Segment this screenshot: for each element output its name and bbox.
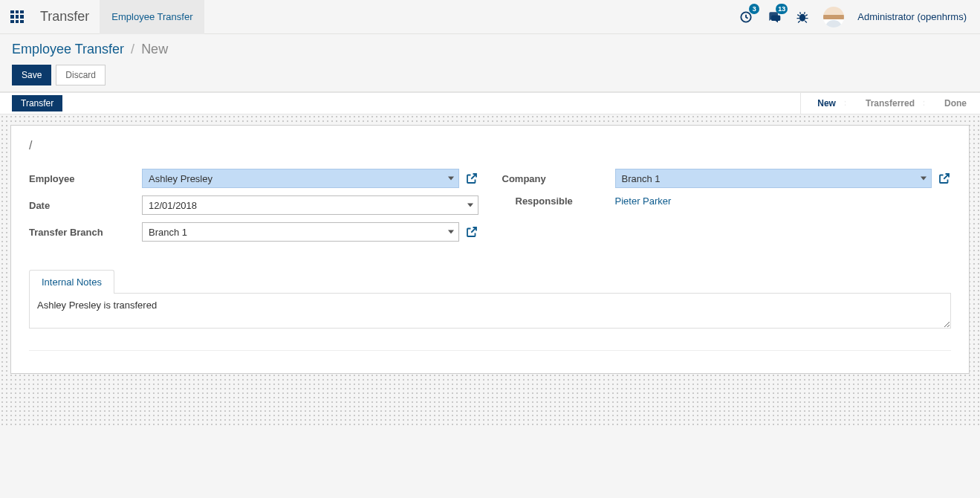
label-date: Date <box>29 200 142 211</box>
status-new[interactable]: New <box>801 93 849 114</box>
label-employee: Employee <box>29 173 142 184</box>
chevron-down-icon <box>448 230 454 234</box>
label-responsible: Responsible <box>502 195 615 207</box>
chevron-down-icon <box>921 177 927 181</box>
label-company: Company <box>502 173 615 184</box>
employee-external-link-icon[interactable] <box>465 172 478 185</box>
breadcrumb-current: New <box>141 42 168 56</box>
top-navbar: Transfer Employee Transfer 3 13 Administ… <box>0 0 980 34</box>
save-button[interactable]: Save <box>12 65 51 85</box>
submenu-employee-transfer[interactable]: Employee Transfer <box>100 0 204 34</box>
sheet-title: / <box>29 139 951 152</box>
label-transfer-branch: Transfer Branch <box>29 227 142 238</box>
user-menu[interactable]: Administrator (openhrms) <box>857 11 967 22</box>
responsible-link[interactable]: Pieter Parker <box>615 195 672 207</box>
activities-icon[interactable]: 3 <box>739 10 753 25</box>
company-field[interactable]: Branch 1 <box>615 169 932 188</box>
breadcrumb-root[interactable]: Employee Transfer <box>12 42 124 56</box>
discuss-icon[interactable]: 13 <box>767 10 782 25</box>
form-sheet: / Employee Ashley Presley <box>10 125 970 374</box>
date-field[interactable]: 12/01/2018 <box>142 195 478 215</box>
discuss-badge: 13 <box>776 4 788 14</box>
chevron-down-icon <box>467 204 473 207</box>
app-name: Transfer <box>34 9 100 25</box>
status-done[interactable]: Done <box>928 93 980 114</box>
avatar[interactable] <box>823 7 844 28</box>
status-transferred[interactable]: Transferred <box>849 93 928 114</box>
employee-field[interactable]: Ashley Presley <box>142 169 459 188</box>
svg-point-1 <box>799 13 805 21</box>
status-row: Transfer New Transferred Done <box>0 92 980 114</box>
chevron-down-icon <box>448 177 454 181</box>
tab-internal-notes[interactable]: Internal Notes <box>29 270 114 294</box>
content-area: / Employee Ashley Presley <box>0 114 980 427</box>
internal-notes-textarea[interactable] <box>29 294 951 329</box>
debug-icon[interactable] <box>795 10 810 25</box>
breadcrumb: Employee Transfer / New <box>12 42 968 57</box>
activities-badge: 3 <box>749 4 759 14</box>
transfer-branch-external-link-icon[interactable] <box>465 225 478 239</box>
discard-button[interactable]: Discard <box>56 65 106 85</box>
transfer-branch-field[interactable]: Branch 1 <box>142 222 459 242</box>
transfer-action-button[interactable]: Transfer <box>12 95 62 111</box>
control-bar: Employee Transfer / New Save Discard <box>0 34 980 92</box>
statusbar: New Transferred Done <box>800 93 980 114</box>
apps-menu-icon[interactable] <box>0 0 34 34</box>
company-external-link-icon[interactable] <box>938 172 951 185</box>
